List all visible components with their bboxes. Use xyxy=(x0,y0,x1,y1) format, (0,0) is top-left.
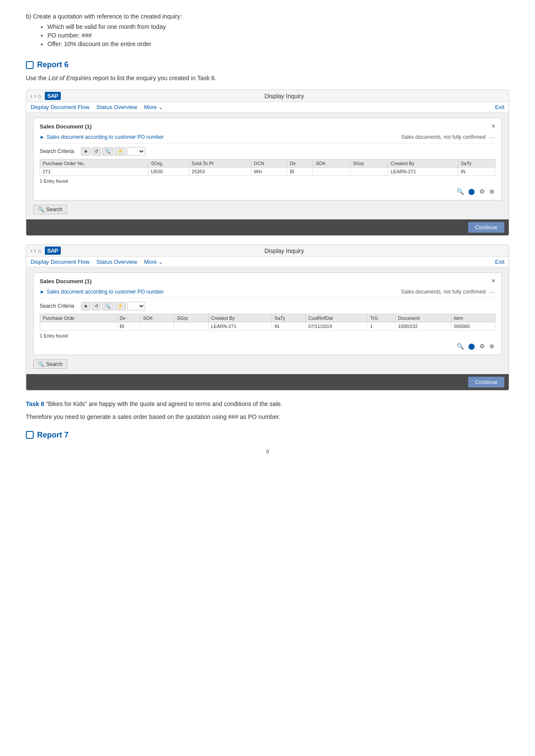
circle-icon-1[interactable]: ⬤ xyxy=(467,187,476,196)
search-small-icon-2[interactable]: 🔍 xyxy=(456,342,465,350)
forward-icon[interactable]: › xyxy=(34,93,36,99)
results-table-1: Purchase Order No. SOrg. Sold-To Pt DCN … xyxy=(40,159,495,176)
star-button-1[interactable]: ★ xyxy=(81,147,91,156)
item-b-text: b) Create a quotation with reference to … xyxy=(26,13,509,20)
status-label-2: Sales documents, not fully confirmed xyxy=(401,289,485,295)
bullet-3: Offer: 10% discount on the entire order xyxy=(47,41,509,47)
cell-po-orde xyxy=(40,322,117,331)
col-purchase-order-no: Purchase Order No. xyxy=(40,159,148,168)
col-saty-2: SaTy xyxy=(272,314,305,322)
continue-button-1[interactable]: Continue xyxy=(468,222,504,233)
panel-close-1[interactable]: × xyxy=(491,122,495,130)
close-icon-1[interactable]: ⊗ xyxy=(488,187,495,196)
cell-created-by-2: LEARN-271 xyxy=(208,322,272,331)
continue-button-2[interactable]: Continue xyxy=(468,377,504,387)
chevron-down-icon: ⌄ xyxy=(158,104,163,110)
sap-window-1: ‹ › ⌂ SAP Display Inquiry Display Docume… xyxy=(26,90,509,236)
filter-icon-btn-1[interactable]: ⚡ xyxy=(115,147,126,156)
cell-custrefdat: 07/11/2019 xyxy=(305,322,367,331)
cell-saty: IN xyxy=(458,168,495,176)
continue-bar-1: Continue xyxy=(26,219,509,235)
search-dropdown-1[interactable] xyxy=(127,147,145,156)
back-icon-2[interactable]: ‹ xyxy=(31,247,32,254)
search-dropdown-2[interactable] xyxy=(127,302,145,310)
cell-po-no: 271 xyxy=(40,168,148,176)
menu-display-doc-flow-2[interactable]: Display Document Flow xyxy=(31,259,90,265)
exit-button-1[interactable]: Exit xyxy=(495,104,504,110)
cell-created-by: LEARN-271 xyxy=(388,168,458,176)
report7-icon xyxy=(26,431,34,439)
sales-doc-panel-2: Sales Document (1) × ► Sales document ac… xyxy=(33,272,502,355)
report7-title: Report 7 xyxy=(37,431,69,440)
table-header-row-1: Purchase Order No. SOrg. Sold-To Pt DCN … xyxy=(40,159,495,168)
expand-arrow-2[interactable]: ► Sales document according to customer P… xyxy=(40,289,164,295)
sap-content-2: Sales Document (1) × ► Sales document ac… xyxy=(26,267,509,374)
panel-footer-2: 🔍 ⬤ ⚙ ⊗ xyxy=(40,340,495,350)
star-button-2[interactable]: ★ xyxy=(81,302,91,310)
filter-icon-btn-2[interactable]: ⚡ xyxy=(115,302,126,310)
home-icon-2[interactable]: ⌂ xyxy=(38,247,41,254)
sap-titlebar-1: ‹ › ⌂ SAP Display Inquiry xyxy=(26,90,509,102)
menu-display-doc-flow-1[interactable]: Display Document Flow xyxy=(31,104,90,110)
circle-icon-2[interactable]: ⬤ xyxy=(467,342,476,350)
col-sgrp-2: SGrp xyxy=(174,314,208,322)
search-button-1[interactable]: 🔍 Search xyxy=(33,205,67,214)
panel-footer-1: 🔍 ⬤ ⚙ ⊗ xyxy=(40,185,495,196)
refresh-button-1[interactable]: ↺ xyxy=(92,147,101,156)
col-so-hash-2: SO#. xyxy=(140,314,174,322)
table-row[interactable]: 271 UE00 25353 WH BI LEARN-271 IN xyxy=(40,168,495,176)
panel-title-1: Sales Document (1) xyxy=(40,123,92,130)
expand-arrow-1[interactable]: ► Sales document according to customer P… xyxy=(40,134,164,140)
cell-dv2: BI xyxy=(117,322,140,331)
home-icon[interactable]: ⌂ xyxy=(38,93,41,99)
status-label-1: Sales documents, not fully confirmed xyxy=(401,134,485,140)
table-header-row-2: Purchase Orde Dv SO#. SGrp Created By Sa… xyxy=(40,314,495,322)
panel-header-1: Sales Document (1) × xyxy=(40,122,495,130)
panel-close-2[interactable]: × xyxy=(491,277,495,285)
sap-titlebar-2: ‹ › ⌂ SAP Display Inquiry xyxy=(26,245,509,257)
panel-dots-1[interactable]: ··· xyxy=(489,134,495,141)
cell-so xyxy=(313,168,350,176)
back-icon[interactable]: ‹ xyxy=(31,93,32,99)
menu-status-overview-1[interactable]: Status Overview xyxy=(97,104,138,110)
search-btn-icon-2: 🔍 xyxy=(38,361,44,367)
search-criteria-row-1: Search Criteria ★ ↺ 🔍 ⚡ xyxy=(40,147,495,156)
entry-found-1: 1 Entry found xyxy=(40,178,495,184)
bullet-2: PO number: ### xyxy=(47,32,509,39)
sap-content-1: Sales Document (1) × ► Sales document ac… xyxy=(26,112,509,219)
intro-list: Which will be valid for one month from t… xyxy=(47,23,509,47)
exit-button-2[interactable]: Exit xyxy=(495,259,504,265)
settings-icon-1[interactable]: ⚙ xyxy=(479,187,486,196)
search-btn-outer-1: 🔍 Search xyxy=(33,205,502,214)
search-small-icon-1[interactable]: 🔍 xyxy=(456,187,465,196)
col-dv2: Dv xyxy=(117,314,140,322)
intro-section: b) Create a quotation with reference to … xyxy=(26,13,509,47)
sap-menubar-1: Display Document Flow Status Overview Mo… xyxy=(26,102,509,112)
menu-more-2[interactable]: More ⌄ xyxy=(144,259,163,265)
search-toolbar-1: ★ ↺ 🔍 ⚡ xyxy=(81,147,145,156)
table-row-2[interactable]: BI LEARN-271 IN 07/11/2019 1 1000/232 00… xyxy=(40,322,495,331)
search-icon-btn-2[interactable]: 🔍 xyxy=(102,302,113,310)
panel-subheader-2: ► Sales document according to customer P… xyxy=(40,288,495,298)
refresh-button-2[interactable]: ↺ xyxy=(92,302,101,310)
window2-title: Display Inquiry xyxy=(64,247,504,254)
search-icon-btn-1[interactable]: 🔍 xyxy=(102,147,113,156)
results-table-2: Purchase Orde Dv SO#. SGrp Created By Sa… xyxy=(40,314,495,331)
panel-header-2: Sales Document (1) × xyxy=(40,277,495,285)
menu-more-1[interactable]: More ⌄ xyxy=(144,104,163,110)
chevron-right-icon: ► xyxy=(40,134,45,140)
report7-header: Report 7 xyxy=(26,431,509,440)
settings-icon-2[interactable]: ⚙ xyxy=(479,342,486,350)
col-sold-to-pt: Sold-To Pt xyxy=(189,159,251,168)
chevron-down-icon-2: ⌄ xyxy=(158,259,163,265)
panel-dots-2[interactable]: ··· xyxy=(489,288,495,295)
panel-subheader-1: ► Sales document according to customer P… xyxy=(40,134,495,144)
search-button-2[interactable]: 🔍 Search xyxy=(33,359,67,369)
menu-status-overview-2[interactable]: Status Overview xyxy=(97,259,138,265)
page-number: 9 xyxy=(26,448,509,455)
sap-nav-1: ‹ › ⌂ xyxy=(31,93,41,99)
col-created-by-2: Created By xyxy=(208,314,272,322)
close-icon-2[interactable]: ⊗ xyxy=(488,342,495,350)
forward-icon-2[interactable]: › xyxy=(34,247,36,254)
col-dv: Dv xyxy=(287,159,313,168)
